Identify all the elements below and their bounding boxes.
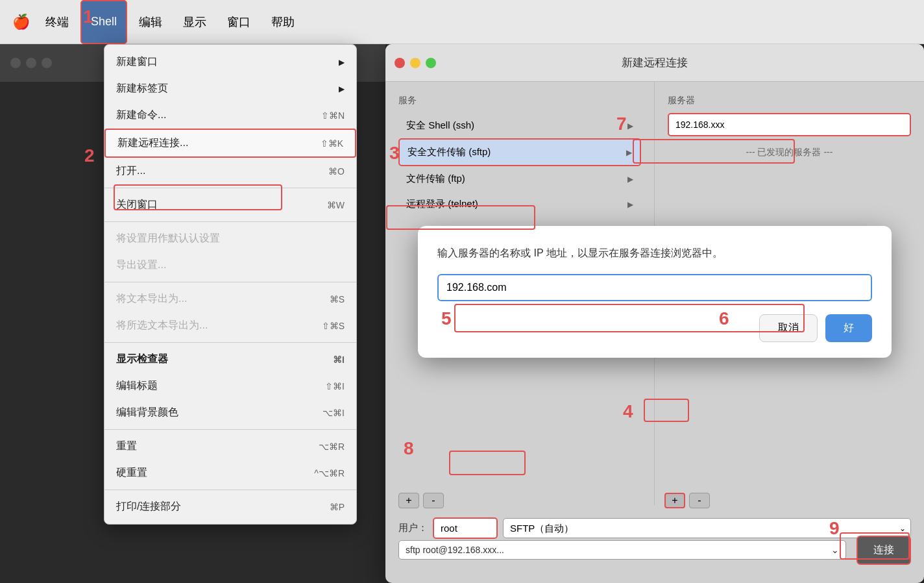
menubar-help[interactable]: 帮助 (262, 0, 304, 44)
connect-button[interactable]: 连接 (857, 536, 911, 565)
server-name-input[interactable] (437, 274, 872, 301)
ok-button[interactable]: 好 (825, 314, 872, 342)
add-server-btn[interactable]: + (664, 493, 685, 508)
menubar-terminal[interactable]: 终端 (36, 0, 78, 44)
step-3-badge: 3 (389, 143, 400, 164)
remove-service-btn[interactable]: - (423, 493, 444, 508)
remove-server-btn[interactable]: - (689, 493, 710, 508)
step-6-badge: 6 (719, 308, 729, 329)
server-discovered: --- 已发现的服务器 --- (668, 142, 911, 164)
input-dialog-message: 输入服务器的名称或 IP 地址，以显示在服务器连接浏览器中。 (437, 245, 872, 261)
server-controls: + - (664, 493, 710, 508)
tl-maximize (42, 58, 52, 68)
tl-minimize[interactable] (410, 58, 420, 68)
menu-close-window[interactable]: 关闭窗口 ⌘W (104, 192, 356, 218)
servers-header: 服务器 (668, 95, 911, 106)
menu-export-selected[interactable]: 将所选文本导出为... ⇧⌘S (104, 312, 356, 339)
tl-close[interactable] (395, 58, 405, 68)
menubar-edit[interactable]: 编辑 (130, 0, 171, 44)
divider-6 (104, 490, 356, 490)
connect-btn-wrapper: 连接 (857, 536, 911, 565)
menu-open[interactable]: 打开... ⌘O (104, 158, 356, 184)
service-ftp[interactable]: 文件传输 (ftp) ▶ (398, 166, 641, 192)
menu-new-tab[interactable]: 新建标签页 ▶ (104, 75, 356, 102)
menu-inspector[interactable]: 显示检查器 ⌘I (104, 346, 356, 373)
step-7-badge: 7 (616, 114, 627, 134)
traffic-lights (395, 58, 436, 68)
menu-new-command[interactable]: 新建命令... ⇧⌘N (104, 102, 356, 129)
user-label: 用户： (398, 522, 428, 534)
divider-5 (104, 429, 356, 430)
shell-dropdown-menu: 新建窗口 ▶ 新建标签页 ▶ 新建命令... ⇧⌘N 新建远程连接... ⇧⌘K… (104, 44, 357, 525)
menu-use-default[interactable]: 将设置用作默认认设置 (104, 225, 356, 252)
step-1-badge: 1 (83, 6, 93, 27)
service-ssh[interactable]: 安全 Shell (ssh) ▶ (398, 113, 641, 138)
remote-dialog: 新建远程连接 服务 安全 Shell (ssh) ▶ 安全文件传输 (sftp)… (385, 44, 924, 583)
apple-menu[interactable]: 🍎 (8, 0, 34, 44)
sftp-dropdown-arrow-icon: ⌄ (831, 545, 839, 555)
menu-export-text[interactable]: 将文本导出为... ⌘S (104, 286, 356, 312)
menu-reset[interactable]: 重置 ⌥⌘R (104, 433, 356, 460)
step-4-badge: 4 (623, 401, 633, 422)
sftp-select-wrapper: SFTP（自动） ⌄ (503, 518, 911, 538)
dialog-titlebar: 新建远程连接 (385, 44, 924, 82)
tl-close (10, 58, 21, 68)
menu-export-settings[interactable]: 导出设置... (104, 252, 356, 279)
server-input[interactable] (668, 113, 911, 136)
step-8-badge: 8 (404, 438, 414, 459)
input-dialog-buttons: 取消 好 (437, 314, 872, 342)
sftp-command: sftp root@192.168.xxx... (406, 545, 504, 555)
menubar: 🍎 终端 Shell 编辑 显示 窗口 帮助 (0, 0, 924, 44)
tl-minimize (26, 58, 36, 68)
divider-4 (104, 342, 356, 343)
cancel-button[interactable]: 取消 (759, 314, 818, 342)
input-dialog: 输入服务器的名称或 IP 地址，以显示在服务器连接浏览器中。 取消 好 (418, 226, 892, 358)
menu-new-window[interactable]: 新建窗口 ▶ (104, 49, 356, 75)
divider-1 (104, 188, 356, 188)
service-controls: + - (398, 493, 444, 508)
tl-fullscreen[interactable] (426, 58, 436, 68)
menu-new-remote[interactable]: 新建远程连接... ⇧⌘K (104, 129, 356, 158)
menubar-view[interactable]: 显示 (174, 0, 215, 44)
menu-print[interactable]: 打印/连接部分 ⌘P (104, 493, 356, 520)
sftp-select[interactable]: SFTP（自动） (503, 518, 911, 538)
services-header: 服务 (398, 95, 641, 106)
step-5-badge: 5 (441, 308, 452, 329)
service-sftp[interactable]: 安全文件传输 (sftp) ▶ (398, 138, 641, 166)
menu-edit-title[interactable]: 编辑标题 ⇧⌘I (104, 373, 356, 399)
menubar-window[interactable]: 窗口 (218, 0, 260, 44)
menu-hard-reset[interactable]: 硬重置 ^⌥⌘R (104, 460, 356, 486)
step-2-badge: 2 (84, 145, 95, 166)
menu-edit-bg[interactable]: 编辑背景颜色 ⌥⌘I (104, 399, 356, 426)
user-input[interactable] (433, 517, 498, 539)
dialog-title: 新建远程连接 (622, 55, 688, 70)
step-9-badge: 9 (829, 518, 840, 539)
service-telnet[interactable]: 远程登录 (telnet) ▶ (398, 192, 641, 217)
divider-3 (104, 282, 356, 282)
divider-2 (104, 221, 356, 222)
sftp-row: sftp root@192.168.xxx... ⌄ (398, 540, 846, 560)
add-service-btn[interactable]: + (398, 493, 419, 508)
